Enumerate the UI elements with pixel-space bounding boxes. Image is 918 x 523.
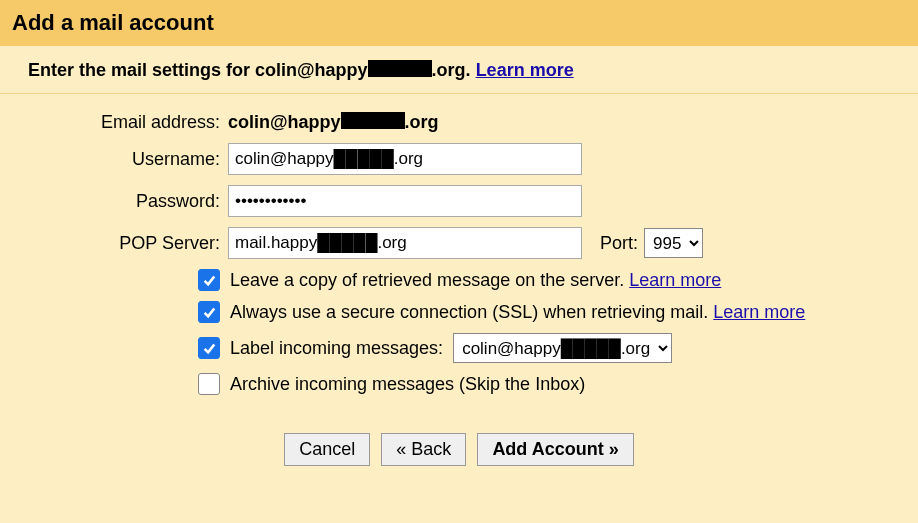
label-messages-text: Label incoming messages:	[230, 338, 443, 359]
leave-copy-text: Leave a copy of retrieved message on the…	[230, 270, 721, 291]
back-button[interactable]: « Back	[381, 433, 466, 466]
row-email: Email address: colin@happy.org	[40, 112, 878, 133]
redacted-block	[341, 112, 405, 129]
row-pop-server: POP Server: Port: 995	[40, 227, 878, 259]
ssl-text: Always use a secure connection (SSL) whe…	[230, 302, 805, 323]
ssl-learn-more-link[interactable]: Learn more	[713, 302, 805, 322]
subheader-email-post: .org	[432, 60, 466, 80]
port-label: Port:	[600, 233, 638, 254]
option-ssl: Always use a secure connection (SSL) whe…	[198, 301, 878, 323]
subheader-email-pre: colin@happy	[255, 60, 368, 80]
check-icon	[202, 305, 216, 319]
row-password: Password:	[40, 185, 878, 217]
subheader-prefix: Enter the mail settings for	[28, 60, 255, 80]
option-archive: Archive incoming messages (Skip the Inbo…	[198, 373, 878, 395]
form-content: Email address: colin@happy.org Username:…	[0, 94, 918, 466]
email-value: colin@happy.org	[228, 112, 439, 133]
pop-server-label: POP Server:	[40, 233, 228, 254]
dialog-header: Add a mail account	[0, 0, 918, 46]
username-input[interactable]	[228, 143, 582, 175]
port-select[interactable]: 995	[644, 228, 703, 258]
button-row: Cancel « Back Add Account »	[40, 433, 878, 466]
password-input[interactable]	[228, 185, 582, 217]
add-account-button[interactable]: Add Account »	[477, 433, 633, 466]
leave-copy-checkbox[interactable]	[198, 269, 220, 291]
options-group: Leave a copy of retrieved message on the…	[198, 269, 878, 395]
pop-server-input[interactable]	[228, 227, 582, 259]
cancel-button[interactable]: Cancel	[284, 433, 370, 466]
check-icon	[202, 341, 216, 355]
archive-checkbox[interactable]	[198, 373, 220, 395]
username-label: Username:	[40, 149, 228, 170]
check-icon	[202, 273, 216, 287]
subheader-suffix: .	[466, 60, 476, 80]
archive-text: Archive incoming messages (Skip the Inbo…	[230, 374, 585, 395]
option-leave-copy: Leave a copy of retrieved message on the…	[198, 269, 878, 291]
dialog-title: Add a mail account	[12, 10, 906, 36]
leave-copy-learn-more-link[interactable]: Learn more	[629, 270, 721, 290]
dialog-subheader: Enter the mail settings for colin@happy.…	[0, 46, 918, 94]
label-messages-select[interactable]: colin@happy█████.org	[453, 333, 672, 363]
redacted-block	[368, 60, 432, 77]
label-messages-checkbox[interactable]	[198, 337, 220, 359]
ssl-checkbox[interactable]	[198, 301, 220, 323]
option-label-messages: Label incoming messages: colin@happy████…	[198, 333, 878, 363]
row-username: Username:	[40, 143, 878, 175]
password-label: Password:	[40, 191, 228, 212]
email-label: Email address:	[40, 112, 228, 133]
learn-more-link[interactable]: Learn more	[476, 60, 574, 80]
